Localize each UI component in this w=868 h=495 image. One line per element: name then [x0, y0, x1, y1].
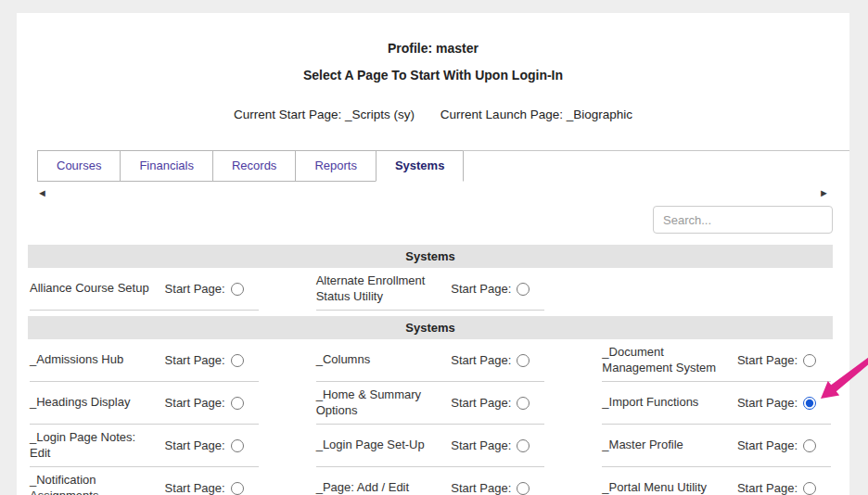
- start-page-label: Start Page:: [451, 353, 511, 367]
- start-page-radio[interactable]: [517, 354, 530, 367]
- start-page-radio[interactable]: [231, 482, 244, 495]
- tab-courses[interactable]: Courses: [37, 150, 121, 182]
- sections: Systems Alliance Course Setup Start Page…: [28, 245, 833, 495]
- item-label: _Admissions Hub: [30, 352, 165, 367]
- start-page-radio[interactable]: [803, 354, 816, 367]
- start-page-label: Start Page:: [737, 396, 798, 410]
- profile-title: Profile: master: [17, 13, 849, 56]
- start-page-radio[interactable]: [517, 397, 530, 410]
- item-label: _Login Page Set-Up: [316, 438, 452, 452]
- start-page-radio[interactable]: [231, 283, 244, 296]
- tab-reports[interactable]: Reports: [295, 150, 377, 182]
- item-label: _Master Profile: [602, 438, 737, 452]
- current-launch-page: Current Launch Page: _Biographic: [440, 108, 632, 121]
- item-label: _Headings Display: [30, 395, 165, 410]
- start-page-item: _Admissions Hub Start Page:: [30, 339, 259, 382]
- item-label: _Document Management System: [602, 345, 737, 375]
- section-grid: Alliance Course Setup Start Page: Altern…: [28, 268, 833, 311]
- start-page-label: Start Page:: [165, 353, 225, 367]
- start-page-item: _Headings Display Start Page:: [30, 382, 259, 425]
- tab-financials[interactable]: Financials: [120, 150, 213, 182]
- search-row: [17, 206, 833, 234]
- tab-scroll-right-icon[interactable]: ►: [819, 187, 829, 198]
- start-page-radio[interactable]: [231, 439, 244, 452]
- start-page-item-import-functions: _Import Functions Start Page:: [602, 382, 831, 425]
- tab-systems[interactable]: Systems: [376, 150, 464, 182]
- item-label: _Login Page Notes: Edit: [30, 430, 165, 461]
- start-page-item: _Login Page Set-Up Start Page:: [316, 425, 545, 467]
- start-page-label: Start Page:: [165, 396, 225, 410]
- start-page-radio[interactable]: [231, 354, 244, 367]
- start-page-radio[interactable]: [803, 482, 816, 495]
- item-label: _Home & Summary Options: [316, 387, 452, 418]
- start-page-item: _Notification Assignments Start Page:: [30, 467, 259, 495]
- current-start-page: Current Start Page: _Scripts (sy): [234, 108, 415, 121]
- start-page-radio[interactable]: [517, 283, 530, 296]
- start-page-label: Start Page:: [165, 282, 225, 296]
- tab-records[interactable]: Records: [212, 150, 296, 182]
- item-label: _Import Functions: [602, 395, 737, 410]
- start-page-radio[interactable]: [517, 482, 530, 495]
- start-page-radio-selected[interactable]: [803, 397, 816, 410]
- start-page-label: Start Page:: [165, 481, 225, 495]
- start-page-item: _Login Page Notes: Edit Start Page:: [30, 425, 259, 467]
- start-page-item: _Page: Add / Edit Start Page:: [316, 467, 545, 495]
- start-page-item: _Home & Summary Options Start Page:: [316, 382, 545, 425]
- item-label: _Page: Add / Edit: [316, 480, 452, 495]
- start-page-item: Alliance Course Setup Start Page:: [30, 268, 259, 311]
- item-label: _Notification Assignments: [30, 473, 165, 495]
- tab-pager-row: ◄ ►: [37, 187, 829, 202]
- item-label: _Portal Menu Utility: [602, 480, 737, 495]
- start-page-radio[interactable]: [803, 439, 816, 452]
- section-grid: _Admissions Hub Start Page: _Columns Sta…: [28, 339, 833, 495]
- item-label: Alternate Enrollment Status Utility: [316, 273, 452, 304]
- start-page-label: Start Page:: [451, 282, 511, 296]
- start-page-subtitle: Select A Page To Start With Upon Login-I…: [17, 68, 849, 82]
- section-header: Systems: [28, 316, 833, 339]
- start-page-label: Start Page:: [165, 438, 225, 452]
- start-page-item: _Document Management System Start Page:: [602, 339, 831, 382]
- search-input[interactable]: [653, 206, 833, 234]
- start-page-item: Alternate Enrollment Status Utility Star…: [316, 268, 545, 311]
- section-header: Systems: [28, 245, 833, 268]
- start-page-label: Start Page:: [451, 481, 511, 495]
- start-page-label: Start Page:: [737, 481, 798, 495]
- start-page-settings-panel: Profile: master Select A Page To Start W…: [17, 13, 849, 495]
- empty-cell: [602, 268, 831, 311]
- start-page-radio[interactable]: [231, 397, 244, 410]
- item-label: Alliance Course Setup: [30, 281, 165, 296]
- start-page-item: _Master Profile Start Page:: [602, 425, 831, 467]
- start-page-label: Start Page:: [737, 438, 798, 452]
- category-tabs: Courses Financials Records Reports Syste…: [37, 150, 849, 182]
- start-page-label: Start Page:: [451, 438, 511, 452]
- start-page-label: Start Page:: [737, 353, 798, 367]
- item-label: _Columns: [316, 352, 452, 367]
- current-pages-line: Current Start Page: _Scripts (sy) Curren…: [17, 108, 849, 121]
- tabstrip-spacer: [463, 150, 849, 182]
- tab-scroll-left-icon[interactable]: ◄: [37, 187, 47, 198]
- start-page-label: Start Page:: [451, 396, 511, 410]
- start-page-item: _Columns Start Page:: [316, 339, 545, 382]
- start-page-radio[interactable]: [517, 439, 530, 452]
- start-page-item: _Portal Menu Utility Start Page:: [602, 467, 831, 495]
